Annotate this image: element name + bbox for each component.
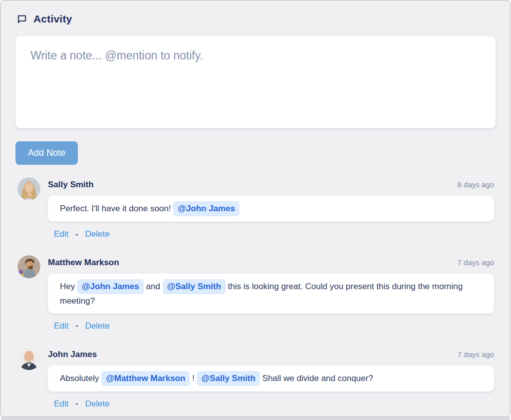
comment-author: John James bbox=[48, 350, 97, 360]
comment-text-segment: Perfect. I'll have it done soon! bbox=[60, 204, 171, 213]
comment-text-segment: ! bbox=[192, 374, 195, 383]
comment-actions: Edit • Delete bbox=[54, 229, 494, 239]
comment-text-segment: and bbox=[146, 282, 160, 291]
comment-text-segment: Shall we divide and conquer? bbox=[262, 374, 373, 383]
comment-author: Matthew Markson bbox=[48, 258, 119, 268]
comment-text-segment: Hey bbox=[60, 282, 75, 291]
comment-timestamp: 8 days ago bbox=[458, 180, 494, 189]
comment-timestamp: 7 days ago bbox=[458, 258, 494, 267]
activity-panel: Activity Add Note Sally Sm bbox=[0, 0, 511, 420]
edit-link[interactable]: Edit bbox=[54, 399, 68, 409]
edit-link[interactable]: Edit bbox=[54, 229, 68, 239]
avatar-matthew-markson bbox=[17, 255, 40, 278]
comments-list: Sally Smith 8 days ago Perfect. I'll hav… bbox=[0, 176, 510, 409]
edit-link[interactable]: Edit bbox=[54, 321, 68, 331]
activity-card: Activity Add Note Sally Sm bbox=[0, 0, 511, 417]
mention-chip[interactable]: @Sally Smith bbox=[197, 371, 260, 386]
delete-link[interactable]: Delete bbox=[85, 229, 110, 239]
comment-actions: Edit • Delete bbox=[54, 399, 494, 409]
comment-matthew-markson: Matthew Markson 7 days ago Hey @John Jam… bbox=[16, 254, 494, 331]
comment-text-segment: Absolutely bbox=[60, 374, 99, 383]
comment-sally-smith: Sally Smith 8 days ago Perfect. I'll hav… bbox=[16, 176, 494, 239]
page-title: Activity bbox=[33, 13, 72, 25]
comment-john-james: John James 7 days ago Absolutely @Matthe… bbox=[16, 346, 494, 409]
mention-chip[interactable]: @Sally Smith bbox=[163, 279, 226, 294]
speech-bubble-icon bbox=[16, 13, 27, 24]
add-note-button[interactable]: Add Note bbox=[15, 141, 78, 165]
mention-chip[interactable]: @John James bbox=[173, 201, 240, 216]
mention-chip[interactable]: @Matthew Markson bbox=[101, 371, 190, 386]
header: Activity bbox=[0, 0, 510, 25]
comment-text: Hey @John James and @Sally Smith this is… bbox=[48, 274, 494, 313]
comment-actions: Edit • Delete bbox=[54, 321, 494, 331]
avatar-sally-smith bbox=[17, 177, 40, 200]
comment-timestamp: 7 days ago bbox=[458, 350, 494, 359]
delete-link[interactable]: Delete bbox=[85, 399, 110, 409]
comment-author: Sally Smith bbox=[48, 180, 94, 190]
delete-link[interactable]: Delete bbox=[85, 321, 110, 331]
mention-chip[interactable]: @John James bbox=[77, 279, 144, 294]
dot-separator: • bbox=[75, 230, 78, 239]
comment-text: Perfect. I'll have it done soon! @John J… bbox=[48, 196, 494, 222]
bottom-edge-strip bbox=[1, 417, 510, 420]
avatar-john-james bbox=[17, 347, 40, 370]
note-input[interactable] bbox=[15, 36, 496, 128]
comment-text: Absolutely @Matthew Markson ! @Sally Smi… bbox=[48, 366, 494, 392]
dot-separator: • bbox=[75, 322, 78, 330]
dot-separator: • bbox=[75, 400, 78, 408]
